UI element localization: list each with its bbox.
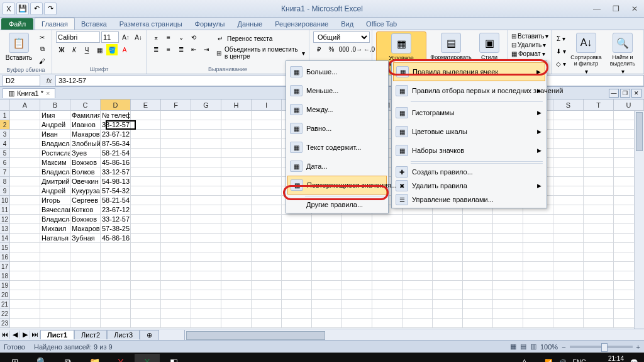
cell[interactable] xyxy=(584,252,614,262)
cell[interactable] xyxy=(191,290,221,300)
cell[interactable] xyxy=(402,262,433,271)
cell[interactable] xyxy=(312,262,342,271)
indent-dec-button[interactable]: ⇤ xyxy=(188,43,199,55)
clear-button[interactable]: ◇ ▾ xyxy=(555,58,567,69)
cell[interactable] xyxy=(221,243,252,252)
cell[interactable] xyxy=(252,120,282,130)
cell[interactable] xyxy=(402,224,433,234)
cell[interactable] xyxy=(523,319,553,328)
cell[interactable] xyxy=(372,262,402,271)
cell[interactable] xyxy=(493,290,523,300)
horizontal-scrollbar[interactable] xyxy=(184,330,644,340)
cell[interactable] xyxy=(282,234,312,243)
cell[interactable] xyxy=(131,300,161,309)
cell[interactable] xyxy=(342,319,372,328)
column-header[interactable]: I xyxy=(252,99,282,110)
cell[interactable] xyxy=(493,271,523,281)
cell[interactable] xyxy=(493,224,523,234)
cell[interactable] xyxy=(433,215,463,224)
cell[interactable]: 87-56-34 xyxy=(101,139,131,149)
cell[interactable] xyxy=(433,262,463,271)
align-middle-button[interactable]: ≡ xyxy=(163,31,174,43)
cell[interactable] xyxy=(191,319,221,328)
cell[interactable] xyxy=(221,319,252,328)
cell[interactable] xyxy=(40,319,70,328)
row-header[interactable]: 17 xyxy=(0,262,10,271)
cell[interactable]: 54-98-13 xyxy=(101,177,131,186)
cell[interactable] xyxy=(221,224,252,234)
cell[interactable] xyxy=(221,177,252,186)
cell[interactable] xyxy=(553,234,584,243)
row-header[interactable]: 22 xyxy=(0,309,10,319)
column-header[interactable]: G xyxy=(191,99,221,110)
sheet-first-button[interactable]: ⏮ xyxy=(0,331,10,339)
cell[interactable] xyxy=(101,262,131,271)
cell[interactable]: 45-86-16 xyxy=(101,234,131,243)
cell[interactable] xyxy=(402,215,433,224)
cell[interactable] xyxy=(221,139,252,149)
cell[interactable] xyxy=(463,224,493,234)
cell[interactable] xyxy=(40,300,70,309)
cell[interactable] xyxy=(221,215,252,224)
cell[interactable] xyxy=(282,309,312,319)
cell[interactable] xyxy=(221,234,252,243)
cell[interactable] xyxy=(282,290,312,300)
cut-button[interactable]: ✂ xyxy=(36,31,48,43)
cell[interactable] xyxy=(553,262,584,271)
close-button[interactable]: ✕ xyxy=(625,3,644,14)
cell[interactable] xyxy=(372,243,402,252)
cell[interactable] xyxy=(252,196,282,205)
close-tab-icon[interactable]: × xyxy=(46,89,50,97)
fx-button[interactable]: fx xyxy=(43,77,55,84)
cell[interactable] xyxy=(131,309,161,319)
cell[interactable]: Михаил xyxy=(40,224,70,234)
cell[interactable] xyxy=(161,186,191,196)
cell[interactable] xyxy=(523,243,553,252)
cell[interactable] xyxy=(191,158,221,167)
cell[interactable] xyxy=(161,196,191,205)
excel-icon[interactable]: X xyxy=(3,3,15,15)
cell[interactable] xyxy=(553,271,584,281)
cell[interactable]: 58-21-54 xyxy=(101,149,131,158)
cell[interactable] xyxy=(584,196,614,205)
grow-font-button[interactable]: A↑ xyxy=(120,31,131,43)
cell[interactable] xyxy=(523,215,553,224)
cell[interactable] xyxy=(101,290,131,300)
cell[interactable] xyxy=(553,111,584,120)
cell[interactable] xyxy=(372,224,402,234)
cell[interactable] xyxy=(372,300,402,309)
menu-manage-rules[interactable]: ☰Управление правилами... xyxy=(393,193,545,206)
inc-decimal-button[interactable]: .0→ xyxy=(351,43,362,55)
workbook-tab[interactable]: ▥ Книга1 * × xyxy=(3,88,55,98)
menu-item[interactable]: ▦Между... xyxy=(287,100,387,119)
maximize-button[interactable]: ❐ xyxy=(606,3,625,14)
cell[interactable] xyxy=(70,309,101,319)
cell[interactable]: Владислав xyxy=(40,139,70,149)
cell[interactable] xyxy=(191,130,221,139)
cell[interactable] xyxy=(161,158,191,167)
cell[interactable] xyxy=(584,215,614,224)
cell[interactable] xyxy=(312,319,342,328)
cell[interactable] xyxy=(191,139,221,149)
menu-item[interactable]: ▦Меньше... xyxy=(287,81,387,100)
cell[interactable] xyxy=(553,300,584,309)
search-button[interactable]: 🔍 xyxy=(29,354,54,362)
new-sheet-button[interactable]: ⊕ xyxy=(140,330,159,340)
menu-delete-rules[interactable]: ✖Удалить правила▶ xyxy=(393,179,545,193)
cell[interactable] xyxy=(553,205,584,215)
cell[interactable] xyxy=(463,271,493,281)
cell[interactable] xyxy=(433,309,463,319)
cell[interactable] xyxy=(372,290,402,300)
cell[interactable] xyxy=(10,167,40,177)
cell[interactable] xyxy=(131,196,161,205)
cell[interactable] xyxy=(372,319,402,328)
cell[interactable] xyxy=(523,224,553,234)
row-header[interactable]: 13 xyxy=(0,224,10,234)
cell[interactable] xyxy=(463,309,493,319)
cell[interactable] xyxy=(161,130,191,139)
cell[interactable] xyxy=(221,196,252,205)
cell[interactable] xyxy=(252,271,282,281)
cell[interactable] xyxy=(402,271,433,281)
row-header[interactable]: 12 xyxy=(0,215,10,224)
cell[interactable] xyxy=(10,234,40,243)
